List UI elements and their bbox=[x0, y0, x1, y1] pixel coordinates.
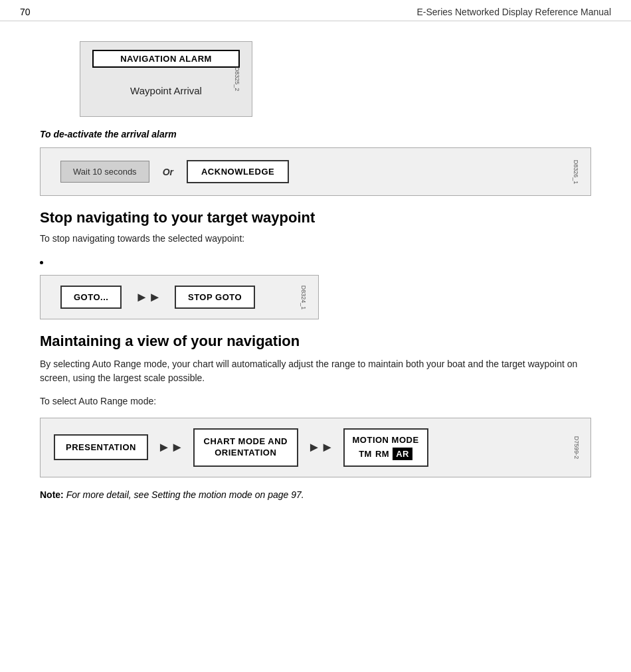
wait-button: Wait 10 seconds bbox=[60, 161, 149, 183]
deactivate-heading: To de-activate the arrival alarm bbox=[40, 129, 591, 139]
page-number: 70 bbox=[20, 7, 31, 17]
arrow-icon-1: ►► bbox=[157, 440, 184, 455]
chart-mode-line2: ORIENTATION bbox=[215, 448, 276, 458]
motion-mode-button[interactable]: MOTION MODE TM RM AR bbox=[343, 428, 428, 467]
goto-diagram: GOTO... ►► STOP GOTO D8324_1 bbox=[40, 275, 319, 319]
tm-label: TM bbox=[359, 449, 372, 459]
nav-alarm-waypoint: Waypoint Arrival bbox=[80, 78, 252, 116]
ar-label[interactable]: AR bbox=[393, 448, 412, 460]
maintaining-body2: To select Auto Range mode: bbox=[40, 394, 591, 408]
acknowledge-button[interactable]: ACKNOWLEDGE bbox=[187, 160, 289, 183]
pres-diagram-id: D7599-2 bbox=[574, 436, 581, 460]
note-text: Note: For more detail, see Setting the m… bbox=[40, 488, 591, 502]
motion-mode-options: TM RM AR bbox=[359, 448, 412, 460]
chart-mode-button[interactable]: CHART MODE AND ORIENTATION bbox=[193, 428, 298, 467]
stop-navigating-subtext: To stop navigating towards the selected … bbox=[40, 232, 591, 246]
motion-mode-inner: MOTION MODE TM RM AR bbox=[353, 435, 419, 460]
chart-mode-line1: CHART MODE AND bbox=[204, 436, 288, 446]
arrow-icon: ►► bbox=[135, 290, 161, 305]
presentation-button[interactable]: PRESENTATION bbox=[54, 434, 148, 460]
rm-label: RM bbox=[375, 449, 389, 459]
arrow-icon-2: ►► bbox=[308, 440, 334, 455]
maintaining-body1: By selecting Auto Range mode, your chart… bbox=[40, 357, 591, 385]
or-text: Or bbox=[163, 167, 173, 177]
deactivate-diagram-id: D8326_1 bbox=[573, 159, 580, 184]
deactivate-action-row: Wait 10 seconds Or ACKNOWLEDGE D8326_1 bbox=[40, 147, 591, 196]
stop-goto-button[interactable]: STOP GOTO bbox=[175, 286, 255, 309]
nav-alarm-diagram-id: D8325_2 bbox=[234, 67, 241, 92]
nav-alarm-title: NAVIGATION ALARM bbox=[92, 50, 240, 68]
bullet-dot bbox=[40, 261, 43, 264]
stop-navigating-heading: Stop navigating to your target waypoint bbox=[40, 209, 591, 226]
goto-button[interactable]: GOTO... bbox=[60, 286, 122, 309]
nav-alarm-diagram: NAVIGATION ALARM Waypoint Arrival D8325_… bbox=[80, 41, 252, 117]
maintaining-heading: Maintaining a view of your navigation bbox=[40, 333, 591, 350]
page-title: E-Series Networked Display Reference Man… bbox=[416, 7, 611, 17]
goto-diagram-id: D8324_1 bbox=[301, 286, 308, 310]
note-label: Note: bbox=[40, 489, 64, 500]
presentation-diagram: PRESENTATION ►► CHART MODE AND ORIENTATI… bbox=[40, 418, 591, 477]
page-content: NAVIGATION ALARM Waypoint Arrival D8325_… bbox=[0, 21, 631, 515]
note-body: For more detail, see Setting the motion … bbox=[66, 489, 304, 500]
page-header: 70 E-Series Networked Display Reference … bbox=[0, 0, 631, 21]
motion-mode-label: MOTION MODE bbox=[353, 435, 419, 445]
